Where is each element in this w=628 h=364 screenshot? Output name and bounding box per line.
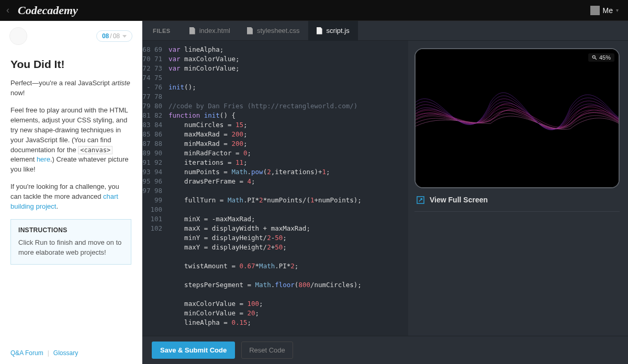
line-gutter: 68 69 70 71 72 73 74 75 - 76 77 78 79 80… (142, 45, 169, 336)
fullscreen-icon (417, 196, 424, 204)
tab-index-html[interactable]: index.html (181, 21, 239, 40)
glossary-link[interactable]: Glossary (53, 349, 78, 357)
code-editor[interactable]: 68 69 70 71 72 73 74 75 - 76 77 78 79 80… (142, 41, 408, 336)
back-chevron-icon[interactable]: ‹ (3, 5, 13, 16)
instructions-heading: INSTRUCTIONS (18, 226, 124, 235)
save-submit-button[interactable]: Save & Submit Code (152, 342, 235, 359)
reset-code-button[interactable]: Reset Code (241, 342, 293, 359)
tab-script-js[interactable]: script.js (308, 21, 358, 40)
brand-logo[interactable]: Codecademy (17, 4, 78, 17)
svg-line-1 (595, 58, 597, 60)
sidebar-footer: Q&A Forum | Glossary (0, 344, 142, 364)
canvas-preview-art (416, 49, 619, 187)
work-body: 68 69 70 71 72 73 74 75 - 76 77 78 79 80… (142, 41, 628, 336)
lesson-p1: Perfect—you're a real JavaScript artiste… (10, 78, 131, 98)
zoom-badge[interactable]: 45% (588, 53, 614, 62)
files-label: FILES (142, 21, 181, 40)
workspace: FILES index.html stylesheet.css script.j… (142, 21, 628, 364)
action-bar: Save & Submit Code Reset Code (142, 336, 628, 364)
lesson-p3: If you're looking for a challenge, you c… (10, 182, 131, 212)
canvas-code-tag: <canvas> (78, 146, 113, 154)
search-icon (592, 55, 597, 60)
footer-separator: | (48, 349, 49, 357)
progress-sep: / (110, 32, 111, 40)
sidebar-head: 08 / 08 (0, 21, 142, 49)
file-icon (317, 27, 322, 35)
lesson-p2: Feel free to play around with the HTML e… (10, 106, 131, 175)
lesson-title: You Did It! (10, 56, 131, 72)
file-icon (189, 27, 195, 35)
user-menu[interactable]: Me ▾ (590, 6, 628, 15)
lesson-body: You Did It! Perfect—you're a real JavaSc… (0, 49, 142, 344)
chevron-down-icon: ▾ (616, 7, 619, 13)
me-label: Me (603, 6, 613, 15)
progress-current: 08 (102, 32, 109, 40)
sidebar: 08 / 08 You Did It! Perfect—you're a rea… (0, 21, 142, 364)
avatar-icon (590, 6, 600, 15)
qa-forum-link[interactable]: Q&A Forum (10, 349, 43, 357)
code-content[interactable]: var lineAlpha; var maxColorValue; var mi… (169, 45, 408, 336)
main: 08 / 08 You Did It! Perfect—you're a rea… (0, 21, 628, 364)
preview-frame: 45% (414, 48, 620, 188)
progress-pill[interactable]: 08 / 08 (96, 30, 132, 42)
docs-link[interactable]: here (37, 155, 50, 163)
svg-point-0 (592, 55, 595, 58)
instructions-box: INSTRUCTIONS Click Run to finish and mov… (10, 219, 131, 265)
view-fullscreen-button[interactable]: View Full Screen (414, 188, 620, 212)
tabs-row: FILES index.html stylesheet.css script.j… (142, 21, 628, 41)
tab-stylesheet-css[interactable]: stylesheet.css (239, 21, 308, 40)
coach-avatar[interactable] (9, 27, 27, 45)
chevron-down-icon (122, 35, 127, 38)
preview-column: 45% (408, 41, 628, 336)
svg-rect-2 (416, 49, 619, 187)
file-icon (247, 27, 253, 35)
topbar-left: ‹ Codecademy (0, 4, 78, 17)
progress-total: 08 (113, 32, 120, 40)
topbar: ‹ Codecademy Me ▾ (0, 0, 628, 21)
instructions-text: Click Run to finish and move on to more … (18, 238, 124, 258)
